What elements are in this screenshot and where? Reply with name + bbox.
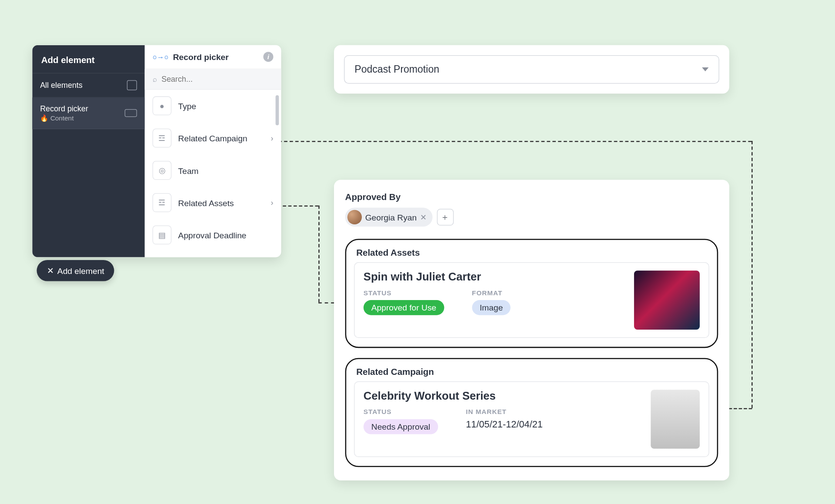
close-icon: ✕ — [47, 265, 54, 275]
sliders-icon: ☲ — [153, 193, 172, 212]
field-label: Related Assets — [178, 198, 234, 207]
person-name: Georgia Ryan — [365, 212, 417, 222]
format-badge: Image — [472, 300, 511, 315]
asset-thumbnail — [634, 270, 700, 330]
layers-icon — [127, 80, 137, 90]
element-sidebar: Add element All elements Record picker 🔥… — [32, 45, 145, 257]
picker-column: ○→○ Record picker i ⌕ ● Type ☲ — [145, 45, 281, 257]
record-select-card: Podcast Promotion — [334, 45, 729, 93]
add-element-button[interactable]: ✕ Add element — [37, 260, 114, 281]
status-badge: Approved for Use — [364, 300, 444, 315]
add-element-label: Add element — [57, 266, 104, 275]
sidebar-all-elements[interactable]: All elements — [32, 73, 145, 97]
asset-format-label: FORMAT — [472, 289, 511, 297]
asset-status-label: STATUS — [364, 289, 444, 297]
field-related-campaign[interactable]: ☲ Related Campaign › — [145, 122, 281, 154]
record-detail-card: Approved By Georgia Ryan ✕ ＋ Related Ass… — [334, 180, 729, 480]
sidebar-picked-name: Record picker — [40, 104, 88, 113]
caret-down-icon — [702, 67, 708, 71]
asset-title: Spin with Juliet Carter — [364, 270, 626, 283]
plus-icon: ＋ — [441, 211, 449, 223]
sliders-icon: ☲ — [153, 128, 172, 147]
element-config-panel: Add element All elements Record picker 🔥… — [32, 45, 281, 257]
record-select-value: Podcast Promotion — [354, 63, 439, 75]
field-approval-deadline[interactable]: ▤ Approval Deadline — [145, 219, 281, 251]
campaign-market-label: IN MARKET — [466, 408, 543, 416]
fingerprint-icon: ◎ — [153, 161, 172, 180]
sidebar-picked-sub: 🔥 Content — [40, 114, 88, 122]
related-assets-section: Related Assets Spin with Juliet Carter S… — [345, 239, 718, 348]
related-campaign-section: Related Campaign Celebrity Workout Serie… — [345, 358, 718, 467]
field-team[interactable]: ◎ Team — [145, 154, 281, 186]
info-icon[interactable]: i — [263, 52, 273, 62]
field-related-assets[interactable]: ☲ Related Assets › — [145, 186, 281, 218]
search-input[interactable] — [161, 74, 273, 83]
campaign-market-value: 11/05/21-12/04/21 — [466, 419, 543, 430]
sidebar-all-label: All elements — [40, 80, 83, 89]
picker-search[interactable]: ⌕ — [145, 69, 281, 89]
campaign-status-label: STATUS — [364, 408, 438, 416]
picker-header: ○→○ Record picker i — [145, 45, 281, 69]
chain-icon: ○→○ — [153, 53, 169, 61]
picker-title: Record picker — [173, 52, 229, 61]
calendar-icon: ▤ — [153, 225, 172, 244]
campaign-item[interactable]: Celebrity Workout Series STATUS Needs Ap… — [354, 381, 709, 457]
related-assets-heading: Related Assets — [356, 247, 709, 257]
bullet-icon: ● — [153, 96, 172, 115]
search-icon: ⌕ — [153, 75, 157, 83]
field-label: Approval Deadline — [178, 230, 247, 240]
approved-by-label: Approved By — [345, 192, 718, 202]
campaign-title: Celebrity Workout Series — [364, 390, 643, 402]
add-person-button[interactable]: ＋ — [437, 209, 453, 225]
record-picker-icon — [125, 109, 137, 117]
chevron-right-icon: › — [271, 198, 274, 207]
chevron-right-icon: › — [271, 134, 274, 142]
sidebar-title: Add element — [32, 45, 145, 73]
field-label: Team — [178, 165, 199, 175]
person-chip[interactable]: Georgia Ryan ✕ — [345, 207, 432, 227]
scrollbar-thumb[interactable] — [276, 95, 279, 125]
related-campaign-heading: Related Campaign — [356, 367, 709, 377]
field-label: Type — [178, 101, 197, 110]
campaign-thumbnail — [651, 390, 700, 449]
field-label: Related Campaign — [178, 133, 247, 143]
field-list: ● Type ☲ Related Campaign › ◎ Team ☲ R — [145, 90, 281, 251]
status-badge: Needs Approval — [364, 419, 438, 434]
asset-item[interactable]: Spin with Juliet Carter STATUS Approved … — [354, 262, 709, 338]
remove-chip-icon[interactable]: ✕ — [420, 213, 427, 221]
record-select[interactable]: Podcast Promotion — [344, 55, 719, 83]
sidebar-record-picker[interactable]: Record picker 🔥 Content — [32, 97, 145, 129]
avatar — [347, 210, 362, 224]
field-type[interactable]: ● Type — [145, 90, 281, 122]
